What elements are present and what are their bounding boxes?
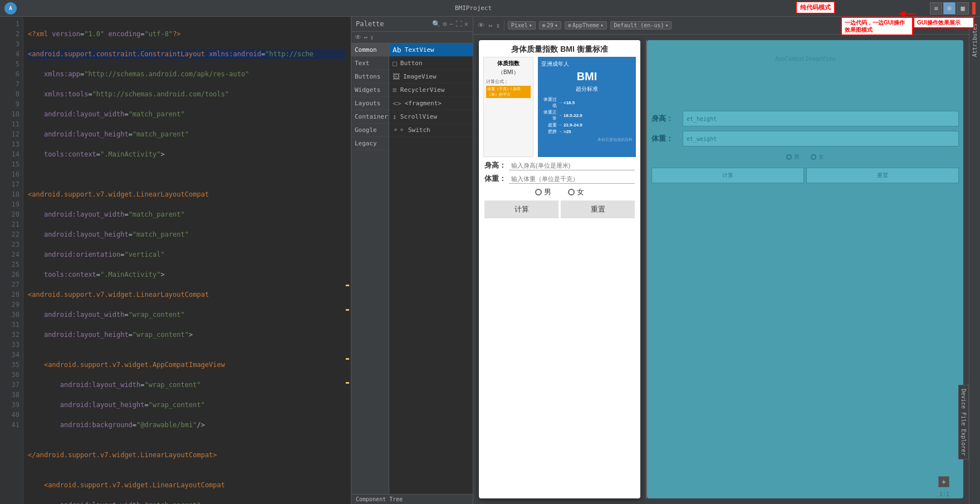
bmi-table: 体重过低 → <18.5 体重正常 → 18.5-22.9 (541, 96, 633, 135)
wf-height-label: 身高： (651, 114, 679, 124)
switch-icon: ⚬⚬ (393, 126, 405, 134)
gui-mode-button[interactable]: ▦ (957, 2, 969, 14)
category-buttons[interactable]: Buttons (351, 70, 389, 84)
preview-content: 身体质量指数 BMI 衡量标准 体质指数 （BMI） 计算公式： 体重（千克）/… (473, 35, 969, 504)
category-layouts[interactable]: Layouts (351, 97, 389, 110)
wf-reset-button[interactable]: 重置 (806, 168, 959, 183)
pixel-label: Pixel (511, 22, 528, 28)
search-icon[interactable]: 🔍 (432, 20, 440, 28)
code-editor: 123 456 789 101112 131415 161718 192021 … (0, 17, 351, 504)
wf-radio-female-circle (811, 154, 816, 160)
palette-item-recyclerview[interactable]: ≡ RecyclerView (389, 84, 473, 97)
bmi-height-input[interactable] (509, 161, 635, 170)
palette-item-scrollview[interactable]: ↕ ScrollView (389, 110, 473, 124)
resize-horiz-icon[interactable]: ↔ (364, 33, 367, 41)
view-mode-buttons: ≡ ⊞ ▦ (930, 2, 969, 14)
wf-appcompat-label: AppCompatImageView (651, 45, 959, 73)
wf-radio-male[interactable]: 男 (786, 153, 800, 161)
bmi-calculate-button[interactable]: 计算 (484, 200, 558, 218)
locale-dropdown-icon: ▾ (665, 22, 668, 28)
wf-calc-button[interactable]: 计算 (651, 168, 804, 183)
wf-radio-female[interactable]: 女 (811, 153, 824, 161)
close-icon[interactable]: ✕ (464, 20, 468, 28)
scrollbar-track[interactable] (345, 17, 350, 504)
palette-body: Common Text Buttons Widgets Layouts Cont… (351, 43, 473, 504)
preview-resize-horiz-icon[interactable]: ↔ (488, 21, 493, 30)
expand-icon[interactable]: ⛶ (455, 20, 462, 28)
locale-selector[interactable]: Default (en-us) ▾ (610, 21, 672, 30)
palette-title: Palette (356, 20, 384, 28)
preview-resize-vert-icon[interactable]: ↕ (496, 21, 501, 30)
bmi-asian-adult: 亚洲成年人 (541, 60, 633, 68)
bmi-right-card: 亚洲成年人 BMI 超分标准 体重过低 → <18.5 (538, 57, 636, 157)
bmi-weight-input[interactable] (509, 174, 635, 184)
bmi-gender-group: 男 女 (484, 187, 635, 197)
resize-vert-icon[interactable]: ↕ (370, 33, 374, 41)
palette-item-scrollview-label: ScrollView (400, 113, 437, 120)
bmi-reset-button[interactable]: 重置 (561, 200, 635, 218)
fragment-icon: <> (393, 99, 401, 107)
split-mode-button[interactable]: ⊞ (943, 2, 955, 14)
top-toolbar: A BMIProject ≡ ⊞ ▦ 纯代码模式 一边代码，一边GUI操作效果图… (0, 0, 980, 17)
code-content[interactable]: <?xml version="1.0" encoding="utf-8"?> <… (23, 17, 351, 504)
wf-radio-row: 男 女 (651, 151, 959, 163)
wf-female-label: 女 (819, 153, 824, 161)
component-tree-tab[interactable]: Component Tree (351, 494, 473, 504)
category-legacy[interactable]: Legacy (351, 137, 389, 150)
palette-item-recyclerview-label: RecyclerView (400, 86, 444, 94)
locale-label: Default (en-us) (614, 22, 664, 28)
bmi-arrow-1: → (558, 100, 562, 105)
palette-item-imageview[interactable]: 🖼 ImageView (389, 70, 473, 84)
bmi-big-label: BMI (541, 70, 633, 83)
theme-selector[interactable]: ⊕ AppTheme ▾ (565, 21, 607, 30)
category-containers[interactable]: Containers (351, 110, 389, 124)
theme-icon: ⊕ (568, 22, 571, 28)
code-mode-button[interactable]: ≡ (930, 2, 942, 14)
wf-male-label: 男 (794, 153, 800, 161)
bmi-radio-male-circle (535, 189, 542, 195)
preview-area: 👁 ↔ ↕ Pixel ▾ ⊕ 29 ▾ ⊕ AppTheme ▾ (473, 17, 969, 504)
phone-content-real: 身体质量指数 BMI 衡量标准 体质指数 （BMI） 计算公式： 体重（千克）/… (479, 40, 640, 498)
bmi-formula-label: 计算公式： (486, 79, 531, 85)
palette-item-switch[interactable]: ⚬⚬ Switch (389, 124, 473, 137)
api-icon: ⊕ (542, 22, 546, 28)
line-numbers: 123 456 789 101112 131415 161718 192021 … (0, 17, 23, 504)
category-text[interactable]: Text (351, 57, 389, 70)
scroll-mark-4 (346, 382, 349, 384)
bmi-val-obese: >25 (564, 129, 571, 134)
pixel-selector[interactable]: Pixel ▾ (508, 21, 536, 30)
right-sidebar: Attributes (969, 17, 980, 504)
bmi-radio-male[interactable]: 男 (535, 187, 551, 197)
eye-icon[interactable]: 👁 (355, 33, 361, 41)
palette-item-button-label: Button (400, 60, 423, 67)
wf-weight-input[interactable]: et_weight (683, 131, 959, 146)
wf-reset-label: 重置 (877, 172, 888, 179)
api-selector[interactable]: ⊕ 29 ▾ (539, 21, 561, 30)
palette-item-button[interactable]: □ Button (389, 57, 473, 70)
bmi-standard-subtitle: 超分标准 (541, 85, 633, 93)
bmi-label-underweight: 体重过低 (541, 96, 557, 109)
minimize-icon[interactable]: − (449, 20, 453, 28)
category-google[interactable]: Google (351, 124, 389, 137)
bmi-radio-female-circle (568, 189, 575, 195)
bmi-radio-female[interactable]: 女 (568, 187, 584, 197)
imageview-icon: 🖼 (393, 72, 400, 81)
category-common[interactable]: Common (351, 43, 389, 57)
bmi-val-normal: 18.5-22.9 (564, 113, 582, 118)
scroll-mark-1 (346, 285, 349, 286)
preview-eye-icon[interactable]: 👁 (478, 21, 485, 30)
device-file-explorer-tab[interactable]: Device File Explorer (958, 385, 969, 459)
category-widgets[interactable]: Widgets (351, 84, 389, 97)
bmi-app-title: 身体质量指数 BMI 衡量标准 (479, 40, 640, 57)
palette-item-textview[interactable]: Ab TextView (389, 43, 473, 57)
theme-label: AppTheme (572, 22, 599, 28)
wf-height-input[interactable]: et_height (683, 111, 959, 126)
project-name: BMIProject (455, 4, 492, 12)
zoom-in-button[interactable]: + (938, 476, 949, 487)
scroll-mark-3 (346, 358, 349, 360)
bmi-table-row-overweight: 超重 → 22.9-24.9 (541, 122, 633, 128)
bmi-arrow-2: → (558, 113, 562, 118)
bmi-table-row-underweight: 体重过低 → <18.5 (541, 96, 633, 109)
settings-icon[interactable]: ⚙ (443, 20, 447, 28)
palette-item-fragment[interactable]: <> <fragment> (389, 97, 473, 110)
